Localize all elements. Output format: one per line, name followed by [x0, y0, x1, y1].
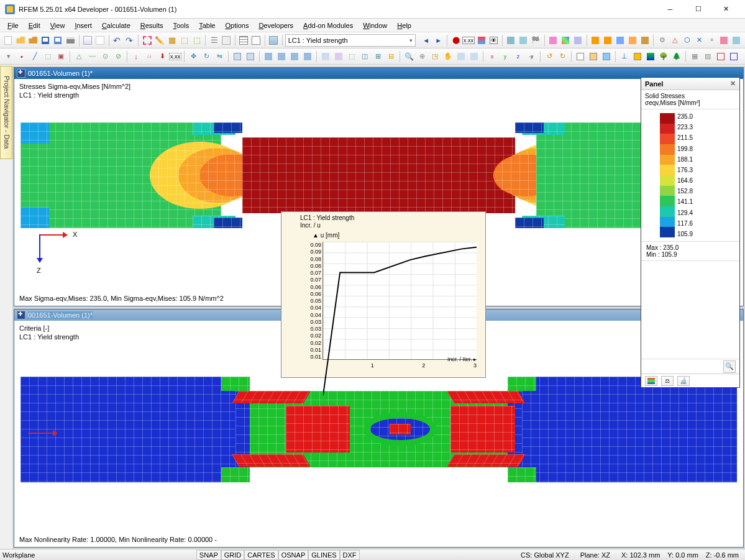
- load3-button[interactable]: ⬇: [156, 50, 168, 63]
- minimize-button[interactable]: ─: [656, 0, 684, 19]
- menu-insert[interactable]: Insert: [70, 21, 97, 30]
- view2-button[interactable]: [244, 50, 257, 63]
- spring-button[interactable]: 〰: [86, 50, 98, 63]
- partial-button[interactable]: [288, 50, 301, 63]
- menu-developers[interactable]: Developers: [254, 21, 298, 30]
- display-props-button[interactable]: [547, 34, 559, 47]
- menu-options[interactable]: Options: [220, 21, 254, 30]
- iso-button[interactable]: [505, 34, 517, 47]
- pan-button[interactable]: ✋: [442, 50, 454, 63]
- design5-button[interactable]: ⚬: [706, 34, 718, 47]
- roty-button[interactable]: ↻: [556, 50, 569, 63]
- selection-button[interactable]: [141, 34, 153, 47]
- statusbar-toggle-glines[interactable]: GLINES: [308, 550, 339, 560]
- design4-button[interactable]: ✕: [693, 34, 705, 47]
- menu-view[interactable]: View: [45, 21, 70, 30]
- shade-button[interactable]: [587, 50, 600, 63]
- move-button[interactable]: ✥: [187, 50, 199, 63]
- mesh-ref-button[interactable]: ▨: [702, 50, 714, 63]
- menu-window[interactable]: Window: [358, 21, 392, 30]
- menu-results[interactable]: Results: [135, 21, 168, 30]
- vxy-button[interactable]: -y: [525, 50, 537, 63]
- view3d-button[interactable]: ◳: [429, 50, 441, 63]
- navigator-button[interactable]: [268, 34, 280, 47]
- geo5-button[interactable]: ⊞: [372, 50, 384, 63]
- contour-button[interactable]: [518, 34, 529, 47]
- zoom-button[interactable]: ⊕: [416, 50, 428, 63]
- results-values-button[interactable]: x.xx: [462, 34, 475, 47]
- new-file-button[interactable]: [2, 34, 14, 47]
- statusbar-toggle-grid[interactable]: GRID: [221, 550, 245, 560]
- load2-button[interactable]: ↓↓: [143, 50, 155, 63]
- mod2-button[interactable]: [728, 50, 740, 63]
- geo6-button[interactable]: ⊟: [385, 50, 397, 63]
- model-check-button[interactable]: ☰: [208, 34, 220, 47]
- render-button[interactable]: [600, 50, 613, 63]
- table-button[interactable]: [238, 34, 250, 47]
- prev-lc-button[interactable]: ◄: [420, 34, 432, 47]
- colors-button[interactable]: [560, 34, 572, 47]
- node-button[interactable]: •: [16, 50, 28, 63]
- notes-button[interactable]: [94, 34, 106, 47]
- convergence-chart[interactable]: LC1 : Yield strength Incr. / u ▲ u [mm] …: [281, 211, 486, 378]
- close-button[interactable]: ✕: [712, 0, 740, 19]
- surface-button[interactable]: ⬚: [42, 50, 54, 63]
- solids-button[interactable]: [626, 34, 638, 47]
- save-as-button[interactable]: [52, 34, 64, 47]
- members2-button[interactable]: [601, 34, 613, 47]
- geo4-button[interactable]: ◫: [359, 50, 371, 63]
- dimension-button[interactable]: x.xx: [169, 50, 181, 63]
- release-button[interactable]: ⊘: [112, 50, 124, 63]
- panel-zoom-button[interactable]: 🔍: [723, 360, 736, 373]
- load-case-selector[interactable]: LC1 : Yield strength: [285, 34, 416, 47]
- panel-tab-probe-icon[interactable]: 🔬: [677, 376, 690, 386]
- show-grid-button[interactable]: ▦: [166, 34, 178, 47]
- solid-button[interactable]: ▣: [55, 50, 67, 63]
- load1-button[interactable]: ↓: [130, 50, 142, 63]
- surfaces-button[interactable]: [614, 34, 626, 47]
- visibility-button[interactable]: [572, 34, 584, 47]
- statusbar-toggle-dxf[interactable]: DXF: [340, 550, 360, 560]
- geo1-button[interactable]: [319, 50, 332, 63]
- menu-calculate[interactable]: Calculate: [97, 21, 135, 30]
- line-button[interactable]: ╱: [29, 50, 41, 63]
- tb2-btn-1[interactable]: ▾: [2, 50, 15, 63]
- open-file-button[interactable]: [15, 34, 27, 47]
- members-button[interactable]: [590, 34, 601, 47]
- menu-help[interactable]: Help: [392, 21, 416, 30]
- wire-button[interactable]: [574, 50, 587, 63]
- show-results-button[interactable]: ⬚: [191, 34, 203, 47]
- flags-button[interactable]: 🏁: [530, 34, 542, 47]
- menu-table[interactable]: Table: [194, 21, 220, 30]
- beams-button[interactable]: [639, 34, 651, 47]
- menu-edit[interactable]: Edit: [24, 21, 45, 30]
- layer-button[interactable]: [262, 50, 275, 63]
- menu-file[interactable]: File: [2, 21, 24, 30]
- pane1-header[interactable]: 001651-Volumen (1)*: [14, 68, 743, 79]
- design2-button[interactable]: △: [669, 34, 680, 47]
- views-row2-button[interactable]: [455, 50, 467, 63]
- geo2-button[interactable]: [332, 50, 345, 63]
- statusbar-toggle-osnap[interactable]: OSNAP: [278, 550, 309, 560]
- undo-button[interactable]: [112, 34, 124, 47]
- next-lc-button[interactable]: ►: [432, 34, 444, 47]
- select-button[interactable]: [301, 50, 314, 63]
- vy-button[interactable]: y: [499, 50, 511, 63]
- mod1-button[interactable]: [715, 50, 727, 63]
- calc-button[interactable]: [221, 34, 232, 47]
- units-button[interactable]: [250, 34, 262, 47]
- view1-button[interactable]: [231, 50, 244, 63]
- support-button[interactable]: △: [73, 50, 85, 63]
- tree2-button[interactable]: 🌲: [670, 50, 683, 63]
- redo-button[interactable]: [124, 34, 135, 47]
- panel-tab-scale-icon[interactable]: ⚖: [661, 376, 674, 386]
- geo3-button[interactable]: ⬚: [345, 50, 358, 63]
- rotx-button[interactable]: ↺: [543, 50, 555, 63]
- menu-add-on-modules[interactable]: Add-on Modules: [298, 21, 358, 30]
- statusbar-toggle-snap[interactable]: SNAP: [196, 550, 221, 560]
- mirror-button[interactable]: ⇋: [213, 50, 226, 63]
- tree1-button[interactable]: 🌳: [657, 50, 670, 63]
- vz-button[interactable]: z: [512, 50, 524, 63]
- find-button[interactable]: 🔍: [403, 50, 415, 63]
- copy-button[interactable]: [82, 34, 94, 47]
